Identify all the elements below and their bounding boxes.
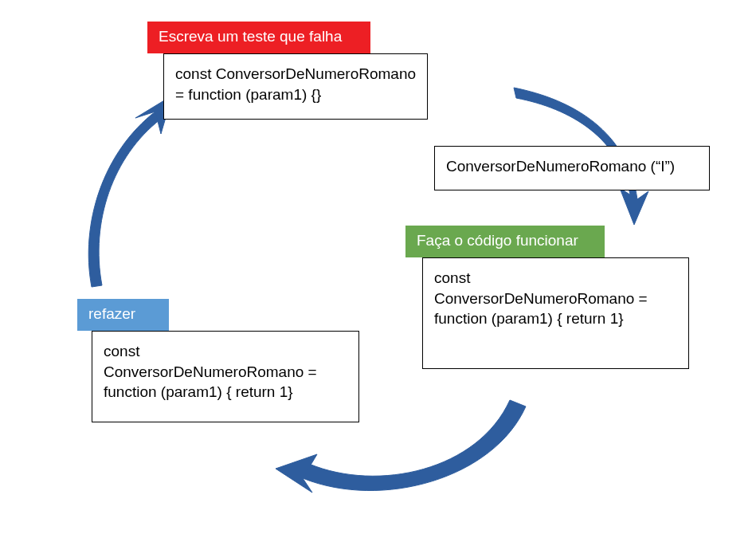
step-green-label: Faça o código funcionar xyxy=(405,226,605,257)
arrow-left xyxy=(88,96,172,287)
step-refactor-label-text: refazer xyxy=(88,305,135,322)
code-line: const xyxy=(104,341,347,362)
tdd-cycle-diagram: Escreva um teste que falha const Convers… xyxy=(0,0,756,534)
code-line: ConversorDeNumeroRomano (“I”) xyxy=(446,156,698,177)
step-green-label-text: Faça o código funcionar xyxy=(417,232,578,249)
step-red-label: Escreva um teste que falha xyxy=(147,22,370,53)
step-red-code: const ConversorDeNumeroRomano = function… xyxy=(163,53,428,120)
code-line: = function (param1) {} xyxy=(175,84,416,105)
code-line: const ConversorDeNumeroRomano xyxy=(175,64,416,84)
code-line: function (param1) { return 1} xyxy=(104,382,347,402)
code-line: function (param1) { return 1} xyxy=(434,308,677,329)
code-line: const xyxy=(434,268,677,289)
step-refactor-label: refazer xyxy=(77,299,169,331)
step-red-label-text: Escreva um teste que falha xyxy=(159,28,342,45)
call-box: ConversorDeNumeroRomano (“I”) xyxy=(434,146,710,190)
step-green-code: const ConversorDeNumeroRomano = function… xyxy=(422,257,689,369)
code-line: ConversorDeNumeroRomano = xyxy=(104,362,347,383)
code-line: ConversorDeNumeroRomano = xyxy=(434,289,677,309)
step-refactor-code: const ConversorDeNumeroRomano = function… xyxy=(92,331,359,422)
